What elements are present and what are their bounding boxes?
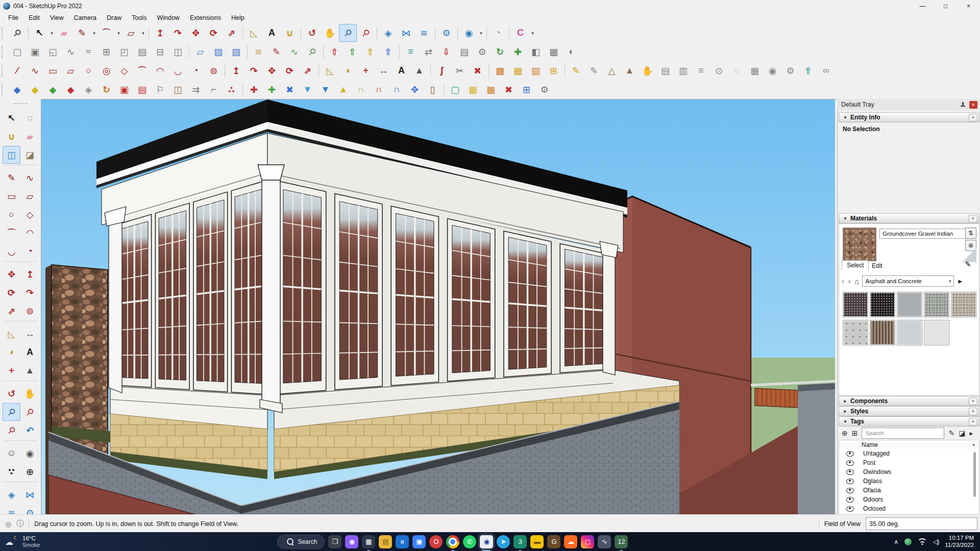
trimble-sync-l-button[interactable]: ⋈ (21, 486, 39, 504)
back-faces-toggle-button[interactable]: ◐ (562, 43, 580, 61)
tag-row-odoors[interactable]: Odoors (839, 495, 979, 504)
smooth-surface-button[interactable]: ≈ (80, 43, 97, 61)
material-preview[interactable] (843, 228, 876, 261)
ext-diamond-blue-button[interactable]: ◆ (8, 81, 26, 98)
line-l-button[interactable]: ✎ (3, 169, 20, 187)
draw-line-button[interactable]: ∕ (8, 62, 26, 80)
eraser-l-button[interactable]: ▰ (21, 128, 39, 145)
uv-tools-button[interactable]: ▦ (545, 43, 562, 61)
taskbar-search[interactable]: Search (277, 535, 325, 549)
model-canvas[interactable] (41, 99, 835, 514)
extension-c3-button[interactable]: C (511, 24, 529, 42)
line-dropdown[interactable]: ▾ (91, 24, 97, 41)
add-tag-icon[interactable]: ⊕ (842, 429, 848, 437)
ext-horseshoe-tan-button[interactable]: ∩ (352, 81, 370, 98)
taskbar-app-whatsapp[interactable]: ✆ (463, 535, 476, 548)
material-name-field[interactable]: Groundcover Gravel Indian (879, 229, 966, 239)
line-tool-button[interactable]: ✎ (73, 24, 91, 42)
view-frames-button[interactable]: ⊟ (151, 43, 169, 61)
taskbar-app-sticky-notes[interactable]: ▬ (530, 535, 544, 548)
camera-tool-button[interactable]: ◉ (764, 62, 781, 80)
hand-tool-button[interactable]: ✋ (639, 62, 656, 80)
secondary-pane-button[interactable]: ⇅ (965, 228, 976, 239)
pie-l-button[interactable]: ◔ (21, 242, 39, 260)
show-hidden-button[interactable]: ◫ (169, 43, 187, 61)
volume-icon[interactable]: ◁) (933, 538, 939, 545)
ext-triangle-yellow-button[interactable]: ▲ (334, 81, 352, 98)
export-up-yellow-button[interactable]: ⇧ (361, 43, 379, 61)
account-signin-button[interactable]: ◉ (460, 24, 478, 42)
ext-plus-green-button[interactable]: ✚ (263, 81, 281, 98)
add-tag-folder-icon[interactable]: ⊞ (852, 429, 858, 437)
section-cuts-button[interactable]: ▨ (209, 43, 227, 61)
dynamic-attributes-button[interactable]: ⚙ (473, 43, 491, 61)
swatch-concrete-white[interactable] (924, 320, 949, 345)
draw-circle-button[interactable]: ○ (80, 62, 97, 80)
toolbar-grip[interactable] (2, 27, 6, 39)
idm-tray-icon[interactable] (904, 538, 912, 545)
export-up-red-button[interactable]: ⇧ (326, 43, 344, 61)
sheet-b-button[interactable]: ▥ (674, 62, 692, 80)
pin-icon[interactable] (961, 102, 965, 108)
section-entity-info[interactable]: ▼ Entity Info × (839, 112, 979, 122)
back-icon[interactable]: ‹ (842, 277, 844, 285)
materials-close-icon[interactable]: × (969, 215, 977, 222)
purge-tags-icon[interactable]: ◪ (959, 429, 965, 437)
menu-tools[interactable]: Tools (127, 13, 152, 22)
3d-text-l-button[interactable]: ▲ (21, 362, 39, 380)
link-tool-button[interactable]: ∞ (817, 62, 835, 80)
taskbar-app-sketchup[interactable]: ◉ (480, 535, 493, 548)
taskbar-app-opera[interactable]: O (429, 535, 443, 548)
select-tool-button[interactable]: ↖ (31, 24, 48, 42)
zoom-window-l-button[interactable]: ⚲ (21, 403, 39, 421)
swap-arrows-button[interactable]: ⇄ (420, 43, 437, 61)
scale-l-button[interactable]: ⇗ (3, 302, 20, 320)
draw-rotated-rectangle-button[interactable]: ▱ (62, 62, 80, 80)
pushpull-2-button[interactable]: ↥ (227, 62, 245, 80)
menu-window[interactable]: Window (152, 13, 184, 22)
text-l-button[interactable]: A (21, 343, 39, 361)
rotate-tool-button[interactable]: ⟳ (205, 24, 223, 42)
start-button[interactable] (260, 535, 274, 548)
draw-3pt-arc-button[interactable]: ◡ (169, 62, 187, 80)
taskbar-app-soundcloud[interactable]: ☁ (564, 535, 577, 548)
ext-trash-brown-button[interactable]: ▯ (424, 81, 442, 98)
polygon-l-button[interactable]: ◇ (21, 206, 39, 223)
taskbar-app-file-explorer[interactable]: ▤ (379, 535, 392, 548)
tag-row-post[interactable]: Post (839, 458, 979, 467)
minimize-button[interactable]: — (911, 0, 934, 12)
flip-along-button[interactable]: ◰ (115, 43, 133, 61)
push-pull-tool-button[interactable]: ↥ (151, 24, 169, 42)
outliner-button[interactable]: ▤ (133, 43, 151, 61)
rotate-l-button[interactable]: ⟳ (3, 284, 20, 302)
details-arrow-icon[interactable]: ▸ (958, 277, 962, 286)
extension-dropdown[interactable]: ▾ (529, 24, 536, 41)
look-around-l-button[interactable]: ◉ (21, 444, 39, 462)
close-button[interactable]: × (957, 0, 980, 12)
visibility-eye-icon[interactable] (846, 451, 854, 457)
select-component-button[interactable]: ▢ (8, 43, 26, 61)
ext-grid-blue-button[interactable]: ⊞ (518, 81, 535, 98)
sandbox-smoove-button[interactable]: ✎ (267, 43, 285, 61)
components-close-icon[interactable]: × (969, 397, 977, 405)
tape-measure-tool-button[interactable]: ◺ (245, 24, 263, 42)
freehand-l-button[interactable]: ∿ (21, 169, 39, 187)
axes-l-button[interactable]: + (3, 362, 20, 380)
styles-close-icon[interactable]: × (969, 408, 977, 415)
taskbar-app-chat[interactable]: ◉ (345, 535, 358, 548)
rectangle-tool-button[interactable]: ▱ (122, 24, 140, 42)
taskbar-app-3ds-max[interactable]: 3 (513, 535, 527, 548)
visibility-eye-icon[interactable] (846, 460, 854, 466)
tags-scrollbar[interactable] (973, 452, 976, 497)
move-l-button[interactable]: ✥ (3, 265, 20, 283)
account-dropdown[interactable]: ▾ (478, 24, 484, 41)
offset-tool-button[interactable]: ⊚ (205, 62, 223, 80)
rotate-2-button[interactable]: ⟳ (281, 62, 299, 80)
ext-x-blue-button[interactable]: ✖ (281, 81, 299, 98)
position-camera-l-button[interactable]: ☺ (3, 444, 20, 462)
sandbox-from-contours-button[interactable]: ≋ (250, 43, 267, 61)
tape-2-button[interactable]: ◺ (321, 62, 339, 80)
contour-lens-button[interactable]: ⚲ (303, 43, 321, 61)
tray-chevron-icon[interactable]: ∧ (894, 538, 898, 545)
ext-drop-blue-button[interactable]: ▼ (299, 81, 316, 98)
